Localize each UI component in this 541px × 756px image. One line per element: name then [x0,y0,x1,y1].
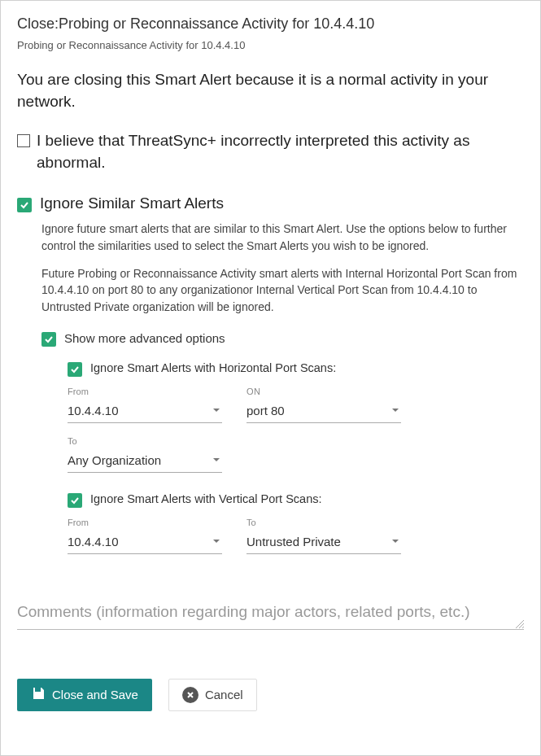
horizontal-from-caption: From [68,387,222,396]
incorrect-interpretation-checkbox[interactable] [17,134,30,147]
horizontal-to-group: To Any Organization [68,436,222,473]
vertical-to-select[interactable]: Untrusted Private [247,531,401,554]
show-advanced-checkbox[interactable] [41,332,56,347]
vertical-scan-block: Ignore Smart Alerts with Vertical Port S… [68,491,524,554]
save-icon [31,686,46,703]
horizontal-on-group: ON port 80 [247,387,401,423]
horizontal-on-value: port 80 [247,404,285,417]
horizontal-to-caption: To [68,436,222,446]
check-icon [44,334,54,344]
vertical-scan-checkbox[interactable] [68,493,82,508]
cancel-label: Cancel [205,688,243,701]
advanced-options-row: Show more advanced options [41,330,524,347]
resize-handle-icon[interactable] [514,617,524,627]
horizontal-scan-block: Ignore Smart Alerts with Horizontal Port… [68,360,524,473]
cancel-button[interactable]: Cancel [168,679,257,711]
horizontal-from-select[interactable]: 10.4.4.10 [68,400,222,423]
horizontal-on-select[interactable]: port 80 [247,400,401,423]
close-and-save-button[interactable]: Close and Save [17,679,152,711]
horizontal-to-value: Any Organization [68,453,161,467]
chevron-down-icon [391,539,399,544]
show-advanced-label: Show more advanced options [64,331,225,345]
ignore-similar-section: Ignore Similar Smart Alerts Ignore futur… [17,194,524,553]
horizontal-on-caption: ON [247,387,401,396]
horizontal-scan-label: Ignore Smart Alerts with Horizontal Port… [90,361,336,374]
vertical-to-caption: To [247,518,401,527]
chevron-down-icon [391,408,399,413]
dialog-button-row: Close and Save Cancel [17,679,524,711]
check-icon [20,200,29,210]
ignore-future-note: Future Probing or Reconnaissance Activit… [41,265,524,315]
horizontal-from-value: 10.4.4.10 [68,404,119,417]
vertical-from-select[interactable]: 10.4.4.10 [68,531,222,554]
vertical-from-caption: From [68,518,222,527]
chevron-down-icon [212,408,220,413]
incorrect-interpretation-label: I believe that ThreatSync+ incorrectly i… [37,130,524,173]
dialog-subtitle: Probing or Reconnaissance Activity for 1… [17,39,524,51]
check-icon [70,496,80,505]
incorrect-interpretation-row: I believe that ThreatSync+ incorrectly i… [17,130,524,173]
close-and-save-label: Close and Save [52,688,138,701]
vertical-scan-label: Ignore Smart Alerts with Vertical Port S… [90,492,321,505]
horizontal-scan-checkbox[interactable] [68,362,82,377]
comments-input[interactable] [17,600,524,630]
close-smart-alert-dialog: Close:Probing or Reconnaissance Activity… [0,0,541,756]
vertical-from-value: 10.4.4.10 [68,535,119,548]
close-reason-text: You are closing this Smart Alert because… [17,69,524,112]
vertical-to-group: To Untrusted Private [247,518,401,554]
horizontal-from-group: From 10.4.4.10 [68,387,222,423]
comments-area [17,600,524,633]
horizontal-to-select[interactable]: Any Organization [68,450,222,473]
vertical-from-group: From 10.4.4.10 [68,518,222,554]
chevron-down-icon [212,539,220,544]
vertical-to-value: Untrusted Private [247,535,341,548]
dialog-title: Close:Probing or Reconnaissance Activity… [17,15,524,33]
chevron-down-icon [212,457,220,462]
ignore-similar-description: Ignore future smart alerts that are simi… [41,221,524,254]
check-icon [70,365,80,374]
cancel-icon [182,687,199,703]
ignore-similar-heading: Ignore Similar Smart Alerts [40,194,224,212]
ignore-similar-checkbox[interactable] [17,198,32,212]
